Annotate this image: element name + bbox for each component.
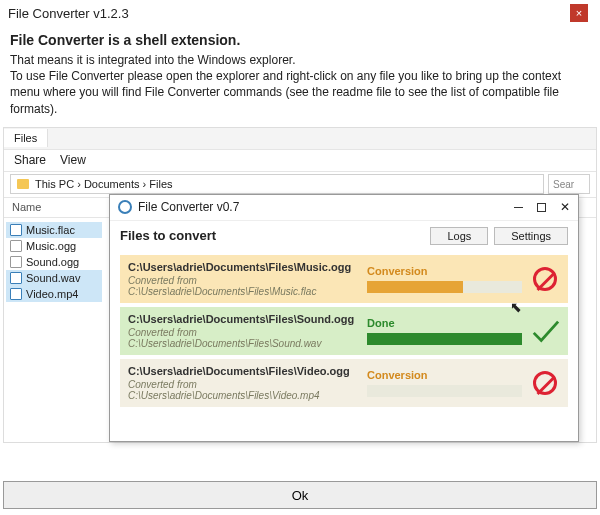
conversion-item: C:\Users\adrie\Documents\Files\Video.ogg… [120,359,568,407]
converter-heading: Files to convert [120,228,424,243]
check-icon [530,316,560,346]
item-dst: C:\Users\adrie\Documents\Files\Sound.ogg [128,313,359,325]
conversion-item: C:\Users\adrie\Documents\Files\Music.ogg… [120,255,568,303]
minimize-icon[interactable] [514,207,523,208]
converter-title: File Converter v0.7 [138,200,514,214]
intro-line2: To use File Converter please open the ex… [10,68,590,117]
cancel-icon[interactable] [530,264,560,294]
file-row[interactable]: Video.mp4 [6,286,102,302]
app-icon [118,200,132,214]
status-label: Conversion [367,369,522,381]
menu-view[interactable]: View [60,153,86,167]
close-icon[interactable]: ✕ [560,200,570,214]
file-list: Music.flacMusic.oggSound.oggSound.wavVid… [4,218,104,442]
status-label: Conversion [367,265,522,277]
settings-button[interactable]: Settings [494,227,568,245]
col-name[interactable]: Name [4,198,114,217]
file-icon [10,288,22,300]
file-name: Music.ogg [26,240,76,252]
progress-bar [367,385,522,397]
intro-line1: That means it is integrated into the Win… [10,52,590,68]
file-name: Music.flac [26,224,75,236]
file-row[interactable]: Sound.ogg [6,254,102,270]
status-label: Done [367,317,522,329]
breadcrumb[interactable]: This PC › Documents › Files [10,174,544,194]
maximize-icon[interactable] [537,203,546,212]
file-row[interactable]: Sound.wav [6,270,102,286]
file-row[interactable]: Music.flac [6,222,102,238]
intro-text: File Converter is a shell extension. Tha… [0,26,600,127]
conversion-item: C:\Users\adrie\Documents\Files\Sound.ogg… [120,307,568,355]
file-icon [10,256,22,268]
cancel-icon[interactable] [530,368,560,398]
file-name: Sound.ogg [26,256,79,268]
window-title: File Converter v1.2.3 [8,6,129,21]
folder-icon [17,179,29,189]
breadcrumb-text: This PC › Documents › Files [35,178,173,190]
search-input[interactable]: Sear [548,174,590,194]
item-dst: C:\Users\adrie\Documents\Files\Video.ogg [128,365,359,377]
progress-bar [367,281,522,293]
menu-share[interactable]: Share [14,153,46,167]
file-name: Video.mp4 [26,288,78,300]
item-src: Converted from C:\Users\adrie\Documents\… [128,327,359,349]
file-name: Sound.wav [26,272,80,284]
intro-heading: File Converter is a shell extension. [10,32,590,48]
file-row[interactable]: Music.ogg [6,238,102,254]
item-src: Converted from C:\Users\adrie\Documents\… [128,275,359,297]
progress-bar [367,333,522,345]
close-icon[interactable]: × [570,4,588,22]
file-icon [10,240,22,252]
item-src: Converted from C:\Users\adrie\Documents\… [128,379,359,401]
item-dst: C:\Users\adrie\Documents\Files\Music.ogg [128,261,359,273]
logs-button[interactable]: Logs [430,227,488,245]
file-icon [10,272,22,284]
file-icon [10,224,22,236]
explorer-tab[interactable]: Files [4,129,48,147]
converter-window: File Converter v0.7 ✕ Files to convert L… [109,194,579,442]
ok-button[interactable]: Ok [3,481,597,509]
explorer-window: Files Share View This PC › Documents › F… [3,127,597,443]
